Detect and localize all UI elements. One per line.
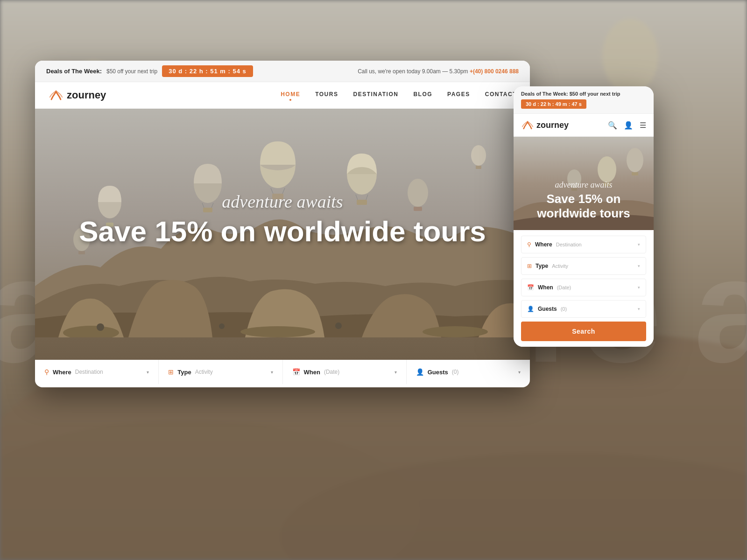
svg-rect-36 (476, 166, 481, 169)
svg-point-35 (471, 145, 486, 166)
when-value: (Date) (324, 369, 339, 375)
calendar-icon: 📅 (292, 368, 300, 376)
mobile-hero-script: adventure awaits (521, 180, 646, 190)
svg-point-14 (335, 322, 342, 329)
nav-link-home[interactable]: HOME (281, 91, 300, 101)
type-icon: ⊞ (168, 368, 174, 376)
logo-text: zourney (67, 89, 106, 101)
mobile-search-form: ⚲ Where Destination ▾ ⊞ Type Activity ▾ … (514, 230, 654, 347)
nav-item-destination[interactable]: DESTINATION (353, 90, 398, 101)
mobile-guests-label: Guests (538, 306, 557, 312)
mobile-user-icon[interactable]: 👤 (624, 121, 633, 130)
deal-bar: Deals of The Week: $50 off your next tri… (35, 61, 530, 82)
mobile-when-field[interactable]: 📅 When (Date) ▾ (521, 279, 646, 296)
mobile-guests-icon: 👤 (527, 306, 534, 312)
mobile-calendar-icon: 📅 (527, 284, 534, 291)
mobile-guests-field[interactable]: 👤 Guests (0) ▾ (521, 300, 646, 318)
nav-link-contact[interactable]: CONTACT (485, 91, 517, 98)
phone-number: +(40) 800 0246 888 (470, 68, 519, 75)
mobile-logo-icon (521, 119, 534, 131)
mobile-where-chevron-icon: ▾ (638, 242, 640, 247)
mobile-logo[interactable]: zourney (521, 119, 608, 131)
mobile-search-button[interactable]: Search (521, 322, 646, 341)
when-label: When (304, 369, 320, 376)
where-value: Destination (75, 369, 103, 375)
logo-icon (48, 89, 64, 102)
mobile-countdown: 30 d : 22 h : 49 m : 47 s (521, 99, 586, 109)
mobile-guests-value: (0) (561, 306, 567, 312)
svg-point-12 (97, 323, 104, 331)
nav-item-home[interactable]: HOME (281, 90, 300, 101)
when-field[interactable]: 📅 When (Date) ▾ (283, 360, 407, 384)
nav-link-destination[interactable]: DESTINATION (353, 91, 398, 98)
guests-chevron-icon: ▾ (518, 370, 521, 375)
search-bar: ⚲ Where Destination ▾ ⊞ Type Activity ▾ … (35, 360, 530, 384)
hero-script-text: adventure awaits (60, 191, 505, 212)
desktop-hero: adventure awaits Save 15% on worldwide t… (35, 109, 530, 384)
nav-link-pages[interactable]: PAGES (447, 91, 470, 98)
nav-link-blog[interactable]: BLOG (413, 91, 432, 98)
nav-link-tours[interactable]: TOURS (315, 91, 338, 98)
deal-bar-right: Call us, we're open today 9.00am — 5.30p… (358, 68, 519, 75)
desktop-logo[interactable]: zourney (48, 89, 106, 102)
svg-point-10 (240, 326, 315, 337)
countdown-timer: 30 d : 22 h : 51 m : 54 s (162, 65, 253, 77)
mobile-deal-sublabel: $50 off your next trip (570, 91, 620, 97)
desktop-mockup: Deals of The Week: $50 off your next tri… (35, 61, 530, 387)
deal-label: Deals of The Week: (46, 68, 102, 75)
mobile-hero: adventure awaits Save 15% on worldwide t… (514, 137, 654, 230)
mobile-logo-text: zourney (536, 120, 569, 130)
where-field[interactable]: ⚲ Where Destination ▾ (35, 360, 159, 384)
mobile-type-label: Type (536, 263, 548, 269)
nav-item-pages[interactable]: PAGES (447, 90, 470, 101)
mobile-when-label: When (538, 284, 553, 291)
nav-links: HOME TOURS DESTINATION BLOG PAGES CONTAC… (281, 90, 517, 101)
when-chevron-icon: ▾ (395, 370, 397, 375)
guests-label: Guests (428, 369, 448, 376)
mobile-where-label: Where (535, 241, 552, 248)
guests-value: (0) (452, 369, 459, 375)
svg-point-38 (598, 156, 616, 182)
mobile-where-icon: ⚲ (527, 241, 531, 248)
mobile-when-chevron-icon: ▾ (638, 285, 640, 290)
type-value: Activity (195, 369, 213, 375)
svg-rect-28 (78, 251, 85, 254)
where-icon: ⚲ (44, 368, 49, 376)
mobile-when-value: (Date) (557, 285, 571, 290)
mobile-type-field[interactable]: ⊞ Type Activity ▾ (521, 257, 646, 275)
mobile-deal-text: Deals of The Week: $50 off your next tri… (521, 91, 646, 97)
type-field[interactable]: ⊞ Type Activity ▾ (159, 360, 282, 384)
mobile-hero-title: Save 15% on worldwide tours (521, 192, 646, 221)
deal-sublabel: $50 off your next trip (106, 68, 157, 75)
mobile-deal-label: Deals of The Week: (521, 91, 568, 97)
nav-item-contact[interactable]: CONTACT (485, 90, 517, 101)
mobile-guests-chevron-icon: ▾ (638, 307, 640, 311)
mobile-where-value: Destination (556, 242, 582, 247)
svg-point-13 (219, 323, 225, 329)
mobile-nav-icons: 🔍 👤 ☰ (608, 121, 646, 130)
call-text: Call us, we're open today 9.00am — 5.30p… (358, 68, 468, 75)
mobile-deal-bar: Deals of The Week: $50 off your next tri… (514, 86, 654, 114)
guests-field[interactable]: 👤 Guests (0) ▾ (407, 360, 530, 384)
mobile-type-chevron-icon: ▾ (638, 264, 640, 268)
type-chevron-icon: ▾ (271, 370, 273, 375)
mobile-nav: zourney 🔍 👤 ☰ (514, 114, 654, 137)
svg-rect-43 (632, 172, 638, 175)
mobile-search-icon[interactable]: 🔍 (608, 121, 617, 130)
where-chevron-icon: ▾ (147, 370, 149, 375)
mobile-hero-content: adventure awaits Save 15% on worldwide t… (514, 180, 654, 221)
mobile-where-field[interactable]: ⚲ Where Destination ▾ (521, 236, 646, 253)
type-label: Type (177, 369, 191, 376)
mobile-type-icon: ⊞ (527, 263, 532, 269)
where-label: Where (53, 369, 71, 376)
hero-main-title: Save 15% on worldwide tours (60, 216, 505, 247)
svg-point-11 (423, 326, 488, 337)
guests-icon: 👤 (416, 368, 424, 376)
svg-point-42 (627, 148, 643, 172)
hero-content: adventure awaits Save 15% on worldwide t… (60, 191, 505, 247)
nav-item-tours[interactable]: TOURS (315, 90, 338, 101)
mobile-mockup: Deals of The Week: $50 off your next tri… (514, 86, 654, 347)
mobile-type-value: Activity (552, 263, 568, 269)
nav-item-blog[interactable]: BLOG (413, 90, 432, 101)
mobile-menu-icon[interactable]: ☰ (640, 121, 646, 130)
